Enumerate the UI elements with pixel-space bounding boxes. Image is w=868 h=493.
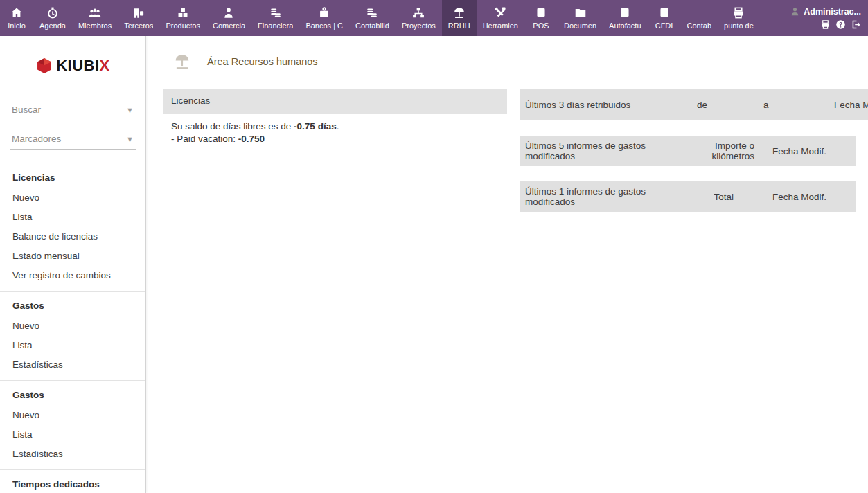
user-avatar-icon: [790, 6, 800, 17]
vacation-balance-line: Su saldo de días libres es de -0.75 días…: [171, 120, 499, 133]
sidebar-item-gastos2-lista[interactable]: Lista: [0, 424, 145, 444]
expenses5-table: Últimos 5 informes de gastos modificados…: [520, 136, 856, 166]
licencias-box-header: Licencias: [163, 89, 507, 114]
nav-item-label: RRHH: [448, 21, 470, 30]
nav-item-label: Comercia: [213, 21, 245, 30]
search-dropdown[interactable]: Buscar ▼: [10, 98, 136, 120]
nav-item-contab[interactable]: Contab: [681, 0, 718, 36]
col-total: Total: [691, 181, 739, 212]
chevron-down-icon: ▼: [126, 106, 134, 114]
hr-area-icon: [168, 53, 196, 71]
nav-icon: [692, 6, 706, 19]
holidays-table-title: Últimos 3 días retribuidos: [520, 89, 691, 120]
nav-item-label: CFDI: [655, 21, 673, 30]
nav-item-agenda[interactable]: Agenda: [33, 0, 72, 36]
col-fecha-modif: Fecha Modif.: [824, 89, 868, 120]
nav-item-pos[interactable]: POS: [524, 0, 558, 36]
nav-item-cfdi[interactable]: CFDI: [648, 0, 681, 36]
nav-item-productos[interactable]: Productos: [159, 0, 206, 36]
sitemap-icon: [411, 6, 425, 19]
logout-icon[interactable]: [851, 19, 861, 30]
help-icon[interactable]: [835, 19, 846, 30]
nav-item-label: Miembros: [78, 21, 112, 30]
nav-item-label: Financiera: [258, 21, 293, 30]
nav-item-label: Inicio: [8, 21, 26, 30]
sidebar-menu: LicenciasNuevoListaBalance de licenciasE…: [0, 163, 145, 493]
col-a: a: [758, 89, 824, 120]
cylinder-icon: [618, 6, 632, 19]
sidebar-item-gastos1-estadisticas[interactable]: Estadísticas: [0, 355, 145, 374]
expenses1-table-title: Últimos 1 informes de gastos modificados: [520, 181, 691, 212]
nav-item-label: Autofactu: [609, 21, 641, 30]
nav-item-terceros[interactable]: Terceros: [118, 0, 159, 36]
building-icon: [132, 6, 145, 19]
nav-item-label: Terceros: [124, 21, 153, 30]
nav-item-punto-de-venta[interactable]: punto de: [718, 0, 760, 36]
col-fecha-modif: Fecha Modif.: [760, 136, 832, 166]
nav-item-label: Documen: [564, 21, 596, 30]
main-content: Área Recursos humanos Licencias Su saldo…: [146, 36, 868, 493]
coins-icon: [269, 6, 283, 19]
holidays-table: Últimos 3 días retribuidos de a Fecha Mo…: [520, 89, 868, 120]
top-navigation-bar: Inicio Agenda Miembros Terceros Producto…: [0, 0, 868, 36]
nav-item-label: punto de: [724, 21, 754, 30]
nav-item-label: POS: [533, 21, 549, 30]
nav-item-label: Herramien: [483, 21, 518, 30]
nav-item-financiera[interactable]: Financiera: [251, 0, 299, 36]
user-name: Administrac...: [804, 7, 861, 17]
nav-item-proyectos[interactable]: Proyectos: [396, 0, 442, 36]
paid-vacation-line: - Paid vacation: -0.750: [171, 133, 499, 145]
bookmarks-dropdown-label: Marcadores: [12, 134, 61, 144]
sidebar-section-licencias[interactable]: Licencias: [0, 163, 145, 188]
user-menu[interactable]: Administrac...: [790, 6, 861, 17]
person-icon: [222, 6, 236, 19]
col-importe: Importe o kilómetros: [687, 136, 760, 166]
nav-item-rrhh[interactable]: RRHH: [442, 0, 477, 36]
bookmarks-dropdown[interactable]: Marcadores ▼: [10, 127, 136, 150]
boxes-icon: [176, 6, 190, 19]
col-status: [832, 136, 856, 166]
page-title: Área Recursos humanos: [168, 53, 868, 71]
sidebar-item-estado-mensual[interactable]: Estado mensual: [0, 246, 145, 265]
nav-item-autofactura[interactable]: Autofactu: [603, 0, 647, 36]
sidebar-item-balance-de-licencias[interactable]: Balance de licencias: [0, 226, 145, 246]
sidebar-item-licencias-lista[interactable]: Lista: [0, 207, 145, 226]
sidebar-item-gastos2-estadisticas[interactable]: Estadísticas: [0, 444, 145, 463]
sidebar-section-gastos-1[interactable]: Gastos: [0, 291, 145, 316]
sidebar-item-ver-registro-de-cambios[interactable]: Ver registro de cambios: [0, 265, 145, 285]
beach-icon: [452, 6, 466, 19]
expenses1-table-header: Últimos 1 informes de gastos modificados…: [520, 181, 856, 212]
sidebar-section-gastos-2[interactable]: Gastos: [0, 380, 145, 405]
nav-user-area: Administrac...: [790, 0, 868, 36]
nav-item-label: Agenda: [39, 21, 66, 30]
kiubix-logo[interactable]: KIUBIX: [0, 57, 145, 75]
sidebar-item-gastos1-nuevo[interactable]: Nuevo: [0, 316, 145, 335]
sidebar-item-gastos2-nuevo[interactable]: Nuevo: [0, 405, 145, 424]
chevron-down-icon: ▼: [126, 135, 134, 143]
nav-item-documentos[interactable]: Documen: [558, 0, 603, 36]
search-dropdown-label: Buscar: [12, 105, 41, 115]
nav-item-contabilidad[interactable]: Contabilid: [349, 0, 396, 36]
nav-item-label: Contab: [687, 21, 711, 30]
home-icon: [10, 6, 24, 19]
col-status: [832, 181, 856, 212]
kiubix-logo-text: KIUBIX: [56, 57, 110, 75]
clock-icon: [46, 6, 60, 19]
print-icon[interactable]: [820, 19, 831, 30]
folder-icon: [574, 6, 587, 19]
nav-item-herramientas[interactable]: Herramien: [477, 0, 524, 36]
sidebar-section-tiempos-dedicados[interactable]: Tiempos dedicados: [0, 469, 145, 493]
nav-item-miembros[interactable]: Miembros: [72, 0, 118, 36]
nav-item-label: Contabilid: [355, 21, 389, 30]
licencias-box-body: Su saldo de días libres es de -0.75 días…: [163, 114, 507, 154]
nav-item-inicio[interactable]: Inicio: [0, 0, 33, 36]
licencias-box: Licencias Su saldo de días libres es de …: [163, 89, 507, 154]
sidebar-item-gastos1-lista[interactable]: Lista: [0, 335, 145, 355]
sidebar-item-licencias-nuevo[interactable]: Nuevo: [0, 188, 145, 207]
nav-item-bancos[interactable]: Bancos | C: [299, 0, 349, 36]
nav-item-comercial[interactable]: Comercia: [206, 0, 251, 36]
left-sidebar: KIUBIX Buscar ▼ Marcadores ▼ LicenciasNu…: [0, 36, 146, 493]
col-de: de: [691, 89, 758, 120]
nav-item-label: Proyectos: [402, 21, 436, 30]
expenses1-table: Últimos 1 informes de gastos modificados…: [520, 181, 856, 212]
